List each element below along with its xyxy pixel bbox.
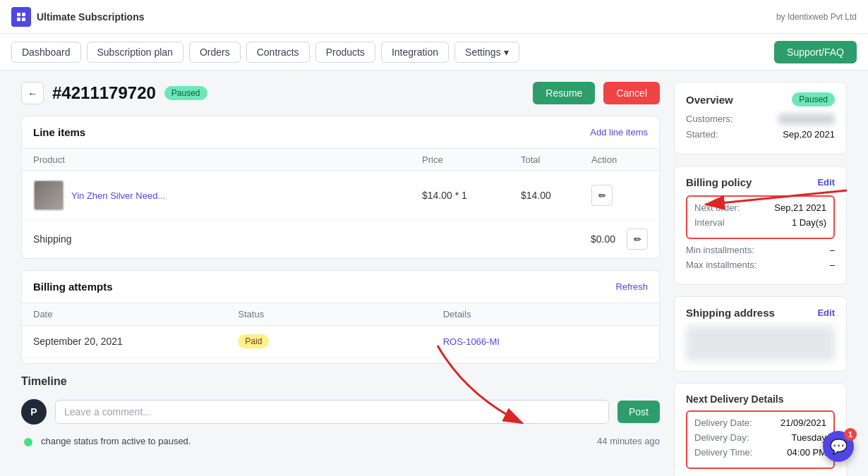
cancel-button[interactable]: Cancel	[603, 82, 660, 104]
shipping-address-title: Shipping address	[686, 307, 775, 319]
col-price: Price	[422, 154, 521, 165]
delivery-date-label: Delivery Date:	[694, 417, 752, 428]
timeline-title: Timeline	[21, 375, 660, 388]
chat-widget-button[interactable]: 💬 1	[823, 431, 854, 462]
min-installments-label: Min installments:	[686, 245, 754, 255]
next-delivery-title: Next Delivery Details	[686, 393, 784, 405]
started-value: Sep,20 2021	[783, 129, 835, 140]
back-button[interactable]: ←	[21, 82, 44, 104]
logo-icon	[11, 7, 31, 27]
col-status: Status	[238, 309, 442, 319]
comment-row: P Post	[21, 399, 660, 425]
nav-integration[interactable]: Integration	[381, 42, 449, 63]
interval-value: 1 Day(s)	[792, 217, 826, 228]
pencil-icon: ✏	[634, 234, 641, 245]
nav-subscription-plan[interactable]: Subscription plan	[87, 42, 183, 63]
next-delivery-card: Next Delivery Details Delivery Date: 21/…	[674, 383, 847, 476]
timeline-event-text: change status from active to paused.	[41, 436, 191, 446]
delivery-time-label: Delivery Time:	[694, 447, 752, 458]
next-order-value: Sep,21 2021	[774, 202, 826, 213]
delivery-date-value: 21/09/2021	[780, 417, 826, 428]
delivery-time-value: 04:00 PM	[787, 447, 826, 458]
overview-title: Overview	[686, 94, 733, 106]
next-delivery-box: Delivery Date: 21/09/2021 Delivery Day: …	[686, 410, 835, 469]
delivery-day-value: Tuesday	[792, 432, 826, 443]
timeline-event-time: 44 minutes ago	[597, 436, 660, 446]
next-order-label: Next order:	[694, 202, 740, 213]
delivery-day-label: Delivery Day:	[694, 432, 749, 443]
min-installments-value: –	[830, 245, 835, 255]
nav-bar: Dashboard Subscription plan Orders Contr…	[0, 34, 868, 71]
billing-attempts-title: Billing attempts	[33, 281, 113, 293]
col-date: Date	[33, 309, 238, 319]
order-number: #4211179720	[52, 83, 156, 103]
col-total: Total	[521, 154, 591, 165]
col-details: Details	[443, 309, 648, 319]
product-edit-action: ✏	[591, 185, 648, 206]
line-items-card: Line items Add line items Product Price …	[21, 116, 660, 259]
status-badge: Paused	[164, 86, 207, 100]
billing-date: September 20, 2021	[33, 336, 238, 347]
resume-button[interactable]: Resume	[533, 82, 595, 104]
timeline-section: Timeline P Post change status from activ…	[21, 375, 660, 446]
billing-policy-card: Billing policy Edit Next order: Sep,21 2…	[674, 166, 847, 285]
shipping-row: Shipping $0.00 ✏	[22, 220, 659, 258]
pencil-icon: ✏	[598, 190, 606, 201]
nav-orders[interactable]: Orders	[189, 42, 241, 63]
shipping-label: Shipping	[33, 233, 72, 245]
product-price: $14.00 * 1	[422, 190, 521, 201]
svg-rect-3	[22, 18, 25, 21]
app-name: Ultimate Subscriptions	[37, 11, 144, 23]
interval-label: Interval	[694, 217, 725, 228]
address-blurred	[686, 326, 835, 361]
nav-settings[interactable]: Settings ▾	[454, 42, 519, 63]
overview-card: Overview Paused Customers: Started: Sep,…	[674, 82, 847, 154]
max-installments-label: Max installments:	[686, 260, 757, 270]
billing-policy-edit-link[interactable]: Edit	[817, 177, 835, 188]
product-cell: Yin Zhen Silver Need...	[33, 180, 422, 211]
chat-icon: 💬	[830, 438, 848, 455]
billing-status-badge: Paid	[238, 334, 269, 348]
billing-details-link[interactable]: ROS-1066-MI	[443, 336, 648, 347]
chat-badge: 1	[844, 428, 857, 441]
post-button[interactable]: Post	[617, 401, 660, 423]
app-logo: Ultimate Subscriptions	[11, 7, 144, 27]
product-name-link[interactable]: Yin Zhen Silver Need...	[71, 190, 165, 201]
svg-rect-1	[22, 13, 25, 16]
billing-policy-title: Billing policy	[686, 176, 752, 188]
timeline-dot	[24, 438, 32, 446]
started-label: Started:	[686, 129, 718, 140]
comment-input[interactable]	[55, 400, 609, 424]
col-product: Product	[33, 154, 422, 165]
shipping-edit-button[interactable]: ✏	[627, 228, 648, 250]
add-line-items-link[interactable]: Add line items	[590, 127, 648, 138]
customer-value-blurred	[778, 114, 835, 125]
shipping-address-edit-link[interactable]: Edit	[817, 307, 835, 318]
overview-status-badge: Paused	[792, 92, 835, 106]
back-icon: ←	[28, 88, 37, 99]
nav-products[interactable]: Products	[315, 42, 375, 63]
product-edit-button[interactable]: ✏	[591, 185, 613, 206]
product-image	[33, 180, 64, 211]
nav-support[interactable]: Support/FAQ	[774, 41, 857, 63]
shipping-total: $0.00	[591, 233, 615, 245]
line-items-table-header: Product Price Total Action	[22, 149, 659, 171]
timeline-event: change status from active to paused. 44 …	[24, 436, 660, 446]
nav-contracts[interactable]: Contracts	[246, 42, 310, 63]
shipping-address-card: Shipping address Edit	[674, 296, 847, 372]
svg-rect-0	[17, 13, 20, 16]
billing-policy-box: Next order: Sep,21 2021 Interval 1 Day(s…	[686, 195, 835, 239]
col-action: Action	[591, 154, 648, 165]
billing-table-row: September 20, 2021 Paid ROS-1066-MI	[22, 326, 659, 358]
billing-attempts-card: Billing attempts Refresh Date Status Det…	[21, 270, 660, 364]
nav-dashboard[interactable]: Dashboard	[11, 42, 81, 63]
svg-rect-2	[17, 18, 20, 21]
table-row: Yin Zhen Silver Need... $14.00 * 1 $14.0…	[22, 171, 659, 220]
vendor-label: by Identixweb Pvt Ltd	[776, 12, 857, 22]
chevron-down-icon: ▾	[504, 47, 509, 58]
refresh-link[interactable]: Refresh	[615, 281, 648, 292]
customers-label: Customers:	[686, 114, 733, 125]
billing-table-header: Date Status Details	[22, 303, 659, 326]
user-avatar: P	[21, 399, 47, 425]
max-installments-value: –	[830, 260, 835, 270]
